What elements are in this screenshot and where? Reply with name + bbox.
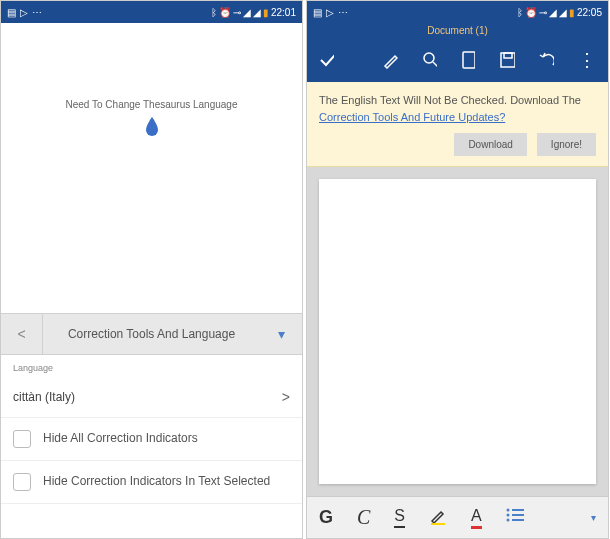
- back-button[interactable]: <: [1, 314, 43, 354]
- svg-rect-8: [512, 514, 524, 516]
- play-icon: ▷: [20, 7, 28, 18]
- section-label: Language: [1, 355, 302, 377]
- mobile-icon[interactable]: [461, 51, 475, 69]
- battery-icon: ▮: [263, 7, 269, 18]
- banner-line1: The English Text Will Not Be Checked. Do…: [319, 94, 581, 106]
- underline-button[interactable]: S: [394, 507, 405, 528]
- hide-all-row[interactable]: Hide All Correction Indicators: [1, 418, 302, 461]
- hide-selected-label: Hide Correction Indicators In Text Selec…: [43, 474, 270, 490]
- search-icon[interactable]: [422, 51, 437, 69]
- status-bar: ▤ ▷ ⋯ ᛒ ⏰ ⊸ ◢ ◢ ▮ 22:05: [307, 1, 608, 23]
- upper-area: Need To Change Thesaurus Language: [1, 23, 302, 313]
- more-icon: ⋯: [338, 7, 348, 18]
- pen-icon[interactable]: [382, 51, 397, 69]
- svg-rect-3: [504, 53, 512, 58]
- clock: 22:01: [271, 7, 296, 18]
- page[interactable]: [319, 179, 596, 484]
- svg-point-9: [506, 519, 509, 522]
- download-button[interactable]: Download: [454, 133, 526, 156]
- bold-button[interactable]: G: [319, 507, 333, 528]
- hide-selected-row[interactable]: Hide Correction Indicators In Text Selec…: [1, 461, 302, 504]
- svg-point-5: [506, 509, 509, 512]
- status-left: ▤ ▷ ⋯: [313, 7, 348, 18]
- svg-point-7: [506, 514, 509, 517]
- image-icon: ▤: [313, 7, 322, 18]
- checkbox-hide-selected[interactable]: [13, 473, 31, 491]
- list-button[interactable]: [506, 507, 526, 528]
- key-icon: ⊸: [233, 7, 241, 18]
- image-icon: ▤: [7, 7, 16, 18]
- signal-icon: ◢: [559, 7, 567, 18]
- chevron-right-icon: >: [282, 389, 290, 405]
- more-icon: ⋯: [32, 7, 42, 18]
- document-title: Document (1): [307, 23, 608, 38]
- dropdown-icon[interactable]: ▾: [591, 512, 596, 523]
- phone-left: ▤ ▷ ⋯ ᛒ ⏰ ⊸ ◢ ◢ ▮ 22:01 Need To Change T…: [0, 0, 303, 539]
- banner-link[interactable]: Correction Tools And Future Updates?: [319, 111, 505, 123]
- svg-rect-1: [463, 52, 475, 68]
- font-color-button[interactable]: A: [471, 507, 482, 529]
- clock: 22:05: [577, 7, 602, 18]
- app-toolbar: ⋮: [307, 38, 608, 82]
- phone-right: ▤ ▷ ⋯ ᛒ ⏰ ⊸ ◢ ◢ ▮ 22:05 Document (1) ⋮ T…: [306, 0, 609, 539]
- checkbox-hide-all[interactable]: [13, 430, 31, 448]
- alarm-icon: ⏰: [525, 7, 537, 18]
- download-banner: The English Text Will Not Be Checked. Do…: [307, 82, 608, 167]
- battery-icon: ▮: [569, 7, 575, 18]
- status-right: ᛒ ⏰ ⊸ ◢ ◢ ▮ 22:01: [211, 7, 296, 18]
- signal-icon: ◢: [253, 7, 261, 18]
- thesaurus-message: Need To Change Thesaurus Language: [66, 99, 238, 110]
- svg-rect-6: [512, 509, 524, 511]
- highlight-button[interactable]: [429, 507, 447, 529]
- language-row[interactable]: cittàn (Italy) >: [1, 377, 302, 418]
- status-right: ᛒ ⏰ ⊸ ◢ ◢ ▮ 22:05: [517, 7, 602, 18]
- banner-buttons: Download Ignore!: [319, 133, 596, 156]
- status-bar: ▤ ▷ ⋯ ᛒ ⏰ ⊸ ◢ ◢ ▮ 22:01: [1, 1, 302, 23]
- bluetooth-icon: ᛒ: [517, 7, 523, 18]
- hide-all-label: Hide All Correction Indicators: [43, 431, 198, 447]
- format-bar: G C S A ▾: [307, 496, 608, 538]
- bluetooth-icon: ᛒ: [211, 7, 217, 18]
- droplet-icon: [144, 116, 160, 136]
- menu-icon[interactable]: ⋮: [578, 49, 596, 71]
- play-icon: ▷: [326, 7, 334, 18]
- save-icon[interactable]: [499, 51, 514, 69]
- document-area[interactable]: [307, 167, 608, 496]
- undo-icon[interactable]: [539, 51, 554, 69]
- wifi-icon: ◢: [243, 7, 251, 18]
- svg-rect-4: [431, 523, 445, 525]
- language-value: cittàn (Italy): [13, 390, 75, 404]
- key-icon: ⊸: [539, 7, 547, 18]
- svg-rect-10: [512, 519, 524, 521]
- alarm-icon: ⏰: [219, 7, 231, 18]
- tab-dropdown[interactable]: ▾: [260, 326, 302, 342]
- status-left: ▤ ▷ ⋯: [7, 7, 42, 18]
- banner-text: The English Text Will Not Be Checked. Do…: [319, 92, 596, 125]
- wifi-icon: ◢: [549, 7, 557, 18]
- svg-point-0: [424, 53, 434, 63]
- tab-label[interactable]: Correction Tools And Language: [43, 327, 260, 341]
- tab-bar: < Correction Tools And Language ▾: [1, 313, 302, 355]
- italic-button[interactable]: C: [357, 506, 370, 529]
- ignore-button[interactable]: Ignore!: [537, 133, 596, 156]
- check-icon[interactable]: [319, 51, 334, 69]
